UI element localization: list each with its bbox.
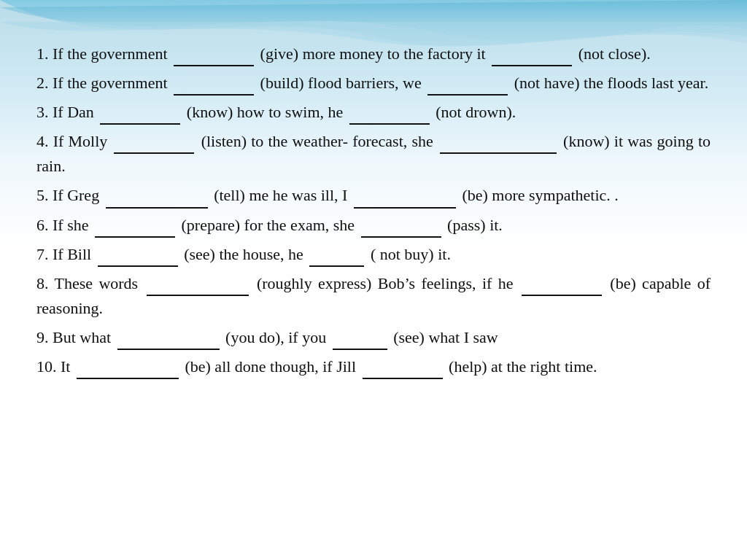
sentence-2: 2. If the government (build) flood barri… <box>36 69 711 96</box>
sentence-10: 10. It (be) all done though, if Jill (he… <box>36 353 711 379</box>
sentence-1-num: 1. If the government <box>36 44 171 63</box>
sentence-2-p3: (not have) the floods last year. <box>510 74 708 92</box>
sentence-9: 9. But what (you do), if you (see) what … <box>36 324 711 350</box>
content-area: 1. If the government (give) more money t… <box>0 0 747 404</box>
blank-7-2 <box>309 241 364 267</box>
sentence-10-num: 10. It <box>36 357 74 376</box>
sentence-9-p3: (see) what I saw <box>390 328 498 346</box>
blank-3-1 <box>100 98 180 125</box>
blank-2-2 <box>427 69 508 96</box>
sentence-6-num: 6. If she <box>36 216 93 234</box>
sentence-3-p2: (know) how to swim, he <box>182 103 347 121</box>
blank-9-2 <box>333 324 387 350</box>
blank-8-1 <box>147 270 249 296</box>
blank-5-1 <box>106 182 208 208</box>
sentence-3-num: 3. If Dan <box>36 103 98 121</box>
sentence-4: 4. If Molly (listen) to the weather- for… <box>36 128 711 179</box>
sentence-7-p2: (see) the house, he <box>180 245 308 263</box>
blank-4-1 <box>114 128 194 154</box>
blank-10-1 <box>77 353 179 379</box>
blank-2-1 <box>174 69 254 96</box>
sentence-5-p3: (be) more sympathetic. . <box>458 186 619 204</box>
sentence-1-p2: (give) more money to the factory it <box>256 44 489 63</box>
blank-5-2 <box>354 182 456 208</box>
blank-1-2 <box>492 40 572 66</box>
sentence-10-p3: (help) at the right time. <box>445 357 597 376</box>
sentence-1: 1. If the government (give) more money t… <box>36 40 711 66</box>
sentence-1-p3: (not close). <box>574 44 650 63</box>
sentence-7-p3: ( not buy) it. <box>366 245 451 263</box>
blank-9-1 <box>117 324 220 350</box>
sentence-2-p2: (build) flood barriers, we <box>256 74 425 92</box>
sentence-5-p2: (tell) me he was ill, I <box>210 186 352 204</box>
sentence-4-num: 4. If Molly <box>36 132 112 150</box>
sentence-9-num: 9. But what <box>36 328 115 346</box>
sentence-8: 8. These words (roughly express) Bob’s f… <box>36 270 711 321</box>
sentence-3: 3. If Dan (know) how to swim, he (not dr… <box>36 98 711 125</box>
sentence-6: 6. If she (prepare) for the exam, she (p… <box>36 211 711 238</box>
sentence-7: 7. If Bill (see) the house, he ( not buy… <box>36 241 711 267</box>
sentence-7-num: 7. If Bill <box>36 245 96 263</box>
blank-8-2 <box>522 270 602 296</box>
blank-3-2 <box>349 98 430 125</box>
blank-4-2 <box>440 128 557 154</box>
sentence-5-num: 5. If Greg <box>36 186 104 204</box>
sentence-2-num: 2. If the government <box>36 74 171 92</box>
sentence-8-p2: (roughly express) Bob’s feelings, if he <box>251 274 519 292</box>
sentence-6-p2: (prepare) for the exam, she <box>177 216 359 234</box>
blank-6-1 <box>95 211 175 238</box>
sentence-5: 5. If Greg (tell) me he was ill, I (be) … <box>36 182 711 208</box>
sentence-9-p2: (you do), if you <box>222 328 330 346</box>
blank-1-1 <box>174 40 254 66</box>
sentence-6-p3: (pass) it. <box>444 216 503 234</box>
sentence-10-p2: (be) all done though, if Jill <box>181 357 360 376</box>
sentence-4-p2: (listen) to the weather- forecast, she <box>196 132 437 150</box>
blank-7-1 <box>98 241 178 267</box>
sentence-3-p3: (not drown). <box>432 103 516 121</box>
blank-6-2 <box>361 211 441 238</box>
sentence-8-num: 8. These words <box>36 274 144 292</box>
blank-10-2 <box>363 353 443 379</box>
